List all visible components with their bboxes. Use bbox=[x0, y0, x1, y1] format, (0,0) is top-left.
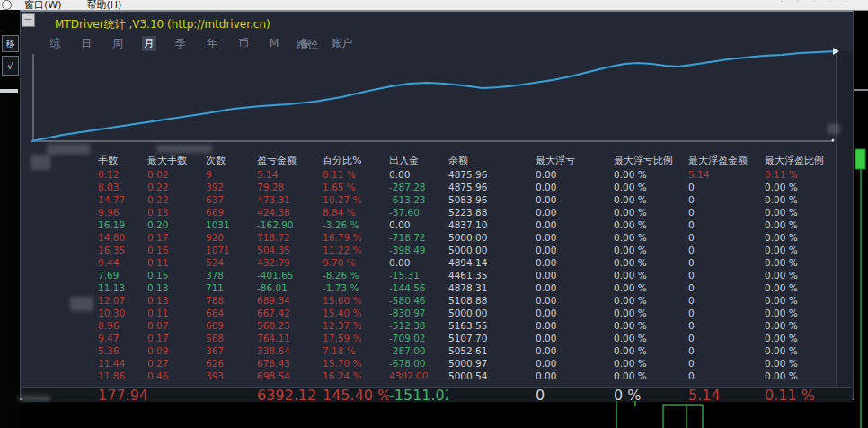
table-cell: 0 % bbox=[614, 388, 688, 402]
tab-年[interactable]: 年 bbox=[205, 36, 219, 51]
column-header: 最大浮盈金额 bbox=[688, 153, 765, 168]
table-cell: 0.00 % bbox=[614, 168, 688, 181]
table-cell: 0.00 % bbox=[765, 218, 837, 231]
tab-M[interactable]: M bbox=[268, 37, 280, 49]
table-cell: 0.16 bbox=[147, 244, 206, 256]
table-cell: 568.23 bbox=[257, 319, 323, 332]
table-row[interactable]: 14.800.17920718.7216.79 %-718.725000.000… bbox=[98, 231, 837, 244]
table-cell: 16.35 bbox=[98, 244, 147, 256]
table-cell: 0.00 bbox=[536, 332, 614, 344]
table-row[interactable]: 10.300.11664667.4215.40 %-830.975000.000… bbox=[98, 307, 837, 319]
tab-周[interactable]: 周 bbox=[111, 36, 125, 51]
table-row[interactable]: 9.960.13669424.388.84 %-37.605223.880.00… bbox=[98, 206, 837, 218]
stats-table: 手数最大手数次数盈亏金额百分比%出入金余额最大浮亏最大浮亏比例最大浮盈金额最大浮… bbox=[98, 153, 837, 382]
tab-币[interactable]: 币 bbox=[236, 36, 251, 51]
table-cell: 0.00 % bbox=[765, 181, 837, 193]
table-cell: 0.00 bbox=[536, 181, 614, 193]
table-cell: 9.70 % bbox=[323, 256, 389, 269]
table-cell: 0.00 % bbox=[614, 307, 688, 319]
table-cell: 0.00 % bbox=[614, 294, 688, 307]
column-header: 百分比% bbox=[323, 153, 389, 168]
table-row[interactable]: 8.030.2239279.281.65 %-287.284875.960.00… bbox=[98, 181, 837, 193]
table-cell: 0 bbox=[688, 231, 765, 244]
table-cell: 0 bbox=[688, 244, 765, 256]
table-cell: 698.54 bbox=[257, 370, 323, 382]
table-cell: 0.12 bbox=[98, 168, 147, 181]
table-cell: 0.00 % bbox=[614, 357, 688, 370]
table-cell: 0.00 % bbox=[614, 244, 688, 256]
table-cell: 0.00 bbox=[536, 244, 614, 256]
panel-title: MTDriver统计 ,V3.10 (http://mtdriver.cn) bbox=[55, 17, 270, 32]
clipped-toolbar-icon[interactable] bbox=[2, 0, 12, 10]
table-cell: 5052.61 bbox=[448, 344, 536, 357]
table-row[interactable]: 11.130.13711-86.01-1.73 %-144.564878.310… bbox=[98, 281, 837, 294]
tab-综[interactable]: 综 bbox=[48, 36, 62, 51]
table-row[interactable]: 12.070.13788689.3415.60 %-580.465108.880… bbox=[98, 294, 837, 307]
table-cell: 0.07 bbox=[147, 319, 206, 332]
table-cell: 0.00 % bbox=[765, 269, 837, 281]
table-total-row: 177.946392.12145.40 %-1511.0200 %5.140.1… bbox=[98, 388, 837, 402]
table-row[interactable]: 11.440.27626678.4315.70 %-678.005000.970… bbox=[98, 357, 837, 370]
table-cell: 8.84 % bbox=[323, 206, 389, 218]
background-chart-lines bbox=[616, 401, 703, 428]
table-row[interactable]: 0.120.0295.140.11 %0.004875.960.000.00 %… bbox=[98, 168, 837, 181]
tab-账户[interactable]: 账户 bbox=[329, 36, 354, 51]
tab-月[interactable]: 月 bbox=[142, 36, 156, 51]
move-tool-button[interactable]: 移 bbox=[2, 35, 19, 52]
table-row[interactable]: 16.190.201031-162.90-3.26 %0.004837.100.… bbox=[98, 218, 837, 231]
table-cell: 0.00 bbox=[536, 231, 614, 244]
tab-季[interactable]: 季 bbox=[173, 36, 188, 51]
table-cell: 17.59 % bbox=[323, 332, 389, 344]
table-cell: 788 bbox=[206, 294, 257, 307]
table-cell: 5000.97 bbox=[448, 357, 536, 370]
table-cell: 0.11 % bbox=[323, 168, 389, 181]
table-cell: 0.00 bbox=[536, 357, 614, 370]
table-cell: 0.00 % bbox=[614, 256, 688, 269]
table-cell: 0.17 bbox=[147, 231, 206, 244]
table-cell: 0.00 bbox=[536, 168, 614, 181]
table-cell: -830.97 bbox=[389, 307, 448, 319]
table-row[interactable]: 9.470.17568764.1117.59 %-709.025107.700.… bbox=[98, 332, 837, 344]
table-cell: 0 bbox=[688, 319, 765, 332]
table-cell: 0.17 bbox=[147, 332, 206, 344]
table-cell: 473.31 bbox=[257, 193, 323, 206]
table-cell: 4461.35 bbox=[448, 269, 536, 281]
table-row[interactable]: 14.770.22637473.3110.27 %-613.235083.960… bbox=[98, 193, 837, 206]
table-cell: -678.00 bbox=[389, 357, 448, 370]
table-cell: -512.38 bbox=[389, 319, 448, 332]
column-header: 余额 bbox=[448, 153, 536, 168]
table-cell: 367 bbox=[206, 344, 257, 357]
table-cell: 0 bbox=[688, 256, 765, 269]
table-cell: 524 bbox=[206, 256, 257, 269]
column-header: 最大浮盈比例 bbox=[765, 153, 837, 168]
panel-collapse-button[interactable]: — bbox=[22, 13, 35, 27]
check-tool-button[interactable]: √ bbox=[2, 56, 19, 76]
table-row[interactable]: 16.350.161071504.3511.22 %-398.495000.00… bbox=[98, 244, 837, 256]
table-row[interactable]: 5.360.09367338.647.18 %-287.005052.610.0… bbox=[98, 344, 837, 357]
path-button[interactable]: 路径 bbox=[297, 37, 318, 52]
table-cell: 177.94 bbox=[98, 388, 147, 402]
table-cell: 626 bbox=[206, 357, 257, 370]
table-cell: -15.31 bbox=[389, 269, 448, 281]
table-row[interactable]: 7.690.15378-401.65-8.26 %-15.314461.350.… bbox=[98, 269, 837, 281]
table-row[interactable]: 8.960.07609568.2312.37 %-512.385163.550.… bbox=[98, 319, 837, 332]
table-cell: 0 bbox=[688, 206, 765, 218]
table-row[interactable]: 11.860.46393698.5416.24 %4302.005000.540… bbox=[98, 370, 837, 382]
table-cell: 4894.14 bbox=[448, 256, 536, 269]
table-cell: -580.46 bbox=[389, 294, 448, 307]
desktop-screenshot: 窗口(W) 帮助(H) ˙˙˙˙˙ 移 √ — MTDriver统计 ,V3.1… bbox=[0, 0, 868, 428]
table-cell: 0.00 % bbox=[614, 269, 688, 281]
table-cell: 11.86 bbox=[98, 370, 147, 382]
menu-window[interactable]: 窗口(W) bbox=[24, 0, 61, 10]
table-cell: 0.00 % bbox=[765, 307, 837, 319]
tab-日[interactable]: 日 bbox=[79, 36, 93, 51]
table-cell: 0.00 % bbox=[765, 281, 837, 294]
table-cell: 5000.54 bbox=[448, 370, 536, 382]
column-header: 手数 bbox=[98, 153, 147, 168]
table-cell: 0.00 % bbox=[614, 181, 688, 193]
table-row[interactable]: 9.440.11524432.799.70 %0.004894.140.000.… bbox=[98, 256, 837, 269]
table-cell: -8.26 % bbox=[323, 269, 389, 281]
table-cell: 0.27 bbox=[147, 357, 206, 370]
menu-help[interactable]: 帮助(H) bbox=[86, 0, 121, 10]
table-cell: -718.72 bbox=[389, 231, 448, 244]
